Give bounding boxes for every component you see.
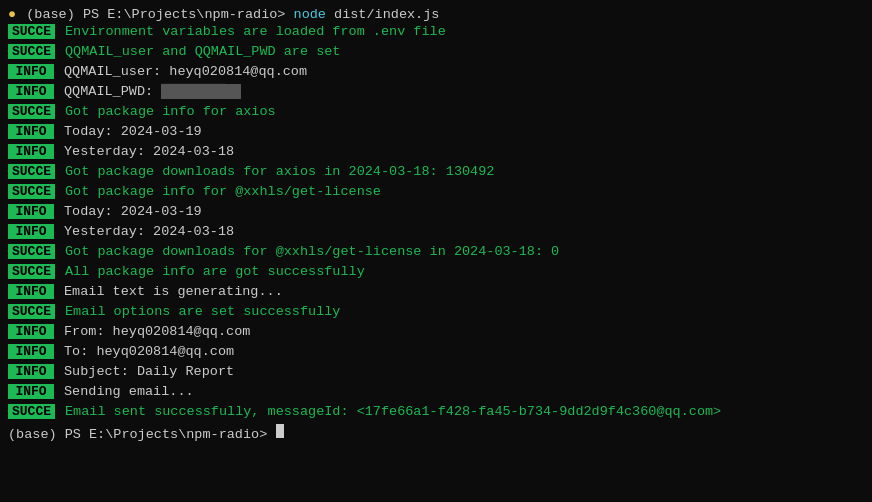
badge-succe: SUCCE xyxy=(8,404,55,419)
badge-info: INFO xyxy=(8,364,54,379)
output-line-2: INFOQQMAIL_user: heyq020814@qq.com xyxy=(0,63,872,83)
output-line-11: SUCCEGot package downloads for @xxhls/ge… xyxy=(0,243,872,263)
prompt-dot: ● xyxy=(8,7,16,22)
message-text: Environment variables are loaded from .e… xyxy=(65,24,446,39)
badge-info: INFO xyxy=(8,344,54,359)
badge-info: INFO xyxy=(8,144,54,159)
message-text: Subject: Daily Report xyxy=(64,364,234,379)
message-text: QQMAIL_user and QQMAIL_PWD are set xyxy=(65,44,340,59)
output-line-0: SUCCEEnvironment variables are loaded fr… xyxy=(0,23,872,43)
message-text: QQMAIL_user: heyq020814@qq.com xyxy=(64,64,307,79)
output-lines: SUCCEEnvironment variables are loaded fr… xyxy=(0,23,872,423)
badge-succe: SUCCE xyxy=(8,304,55,319)
terminal: ● (base) PS E:\Projects\npm-radio> node … xyxy=(0,0,872,502)
badge-succe: SUCCE xyxy=(8,44,55,59)
message-text: Got package info for axios xyxy=(65,104,276,119)
message-text: QQMAIL_PWD: xyxy=(64,84,161,99)
message-text: Email sent successfully, messageId: <17f… xyxy=(65,404,721,419)
output-line-1: SUCCEQQMAIL_user and QQMAIL_PWD are set xyxy=(0,43,872,63)
message-text: Got package downloads for @xxhls/get-lic… xyxy=(65,244,559,259)
badge-succe: SUCCE xyxy=(8,104,55,119)
message-text: Email text is generating... xyxy=(64,284,283,299)
message-text: Yesterday: 2024-03-18 xyxy=(64,144,234,159)
message-text: Yesterday: 2024-03-18 xyxy=(64,224,234,239)
badge-succe: SUCCE xyxy=(8,164,55,179)
badge-info: INFO xyxy=(8,84,54,99)
output-line-18: INFOSending email... xyxy=(0,383,872,403)
output-line-13: INFOEmail text is generating... xyxy=(0,283,872,303)
badge-succe: SUCCE xyxy=(8,24,55,39)
message-text: Today: 2024-03-19 xyxy=(64,124,202,139)
output-line-8: SUCCEGot package info for @xxhls/get-lic… xyxy=(0,183,872,203)
output-line-17: INFOSubject: Daily Report xyxy=(0,363,872,383)
output-line-10: INFOYesterday: 2024-03-18 xyxy=(0,223,872,243)
output-line-5: INFOToday: 2024-03-19 xyxy=(0,123,872,143)
prompt-line-bottom: (base) PS E:\Projects\npm-radio> xyxy=(0,423,872,443)
prompt-base: (base) PS E:\Projects\npm-radio> xyxy=(18,7,293,22)
output-line-9: INFOToday: 2024-03-19 xyxy=(0,203,872,223)
redacted-value: ████████ xyxy=(161,84,241,99)
message-text: All package info are got successfully xyxy=(65,264,365,279)
message-text: To: heyq020814@qq.com xyxy=(64,344,234,359)
output-line-7: SUCCEGot package downloads for axios in … xyxy=(0,163,872,183)
output-line-3: INFOQQMAIL_PWD: ████████ xyxy=(0,83,872,103)
prompt-line-top: ● (base) PS E:\Projects\npm-radio> node … xyxy=(0,6,872,23)
prompt-cmd: node xyxy=(294,7,326,22)
badge-info: INFO xyxy=(8,224,54,239)
message-text: From: heyq020814@qq.com xyxy=(64,324,250,339)
message-text: Got package info for @xxhls/get-license xyxy=(65,184,381,199)
message-text: Sending email... xyxy=(64,384,194,399)
cursor xyxy=(276,424,284,438)
prompt-arg: dist/index.js xyxy=(326,7,439,22)
badge-succe: SUCCE xyxy=(8,264,55,279)
message-text: Email options are set successfully xyxy=(65,304,340,319)
output-line-4: SUCCEGot package info for axios xyxy=(0,103,872,123)
badge-info: INFO xyxy=(8,64,54,79)
badge-info: INFO xyxy=(8,384,54,399)
output-line-14: SUCCEEmail options are set successfully xyxy=(0,303,872,323)
badge-succe: SUCCE xyxy=(8,184,55,199)
badge-info: INFO xyxy=(8,284,54,299)
output-line-6: INFOYesterday: 2024-03-18 xyxy=(0,143,872,163)
badge-info: INFO xyxy=(8,204,54,219)
bottom-prompt-text: (base) PS E:\Projects\npm-radio> xyxy=(8,427,275,442)
output-line-19: SUCCEEmail sent successfully, messageId:… xyxy=(0,403,872,423)
badge-succe: SUCCE xyxy=(8,244,55,259)
output-line-12: SUCCEAll package info are got successful… xyxy=(0,263,872,283)
output-line-15: INFOFrom: heyq020814@qq.com xyxy=(0,323,872,343)
badge-info: INFO xyxy=(8,124,54,139)
message-text: Got package downloads for axios in 2024-… xyxy=(65,164,494,179)
badge-info: INFO xyxy=(8,324,54,339)
message-text: Today: 2024-03-19 xyxy=(64,204,202,219)
output-line-16: INFOTo: heyq020814@qq.com xyxy=(0,343,872,363)
